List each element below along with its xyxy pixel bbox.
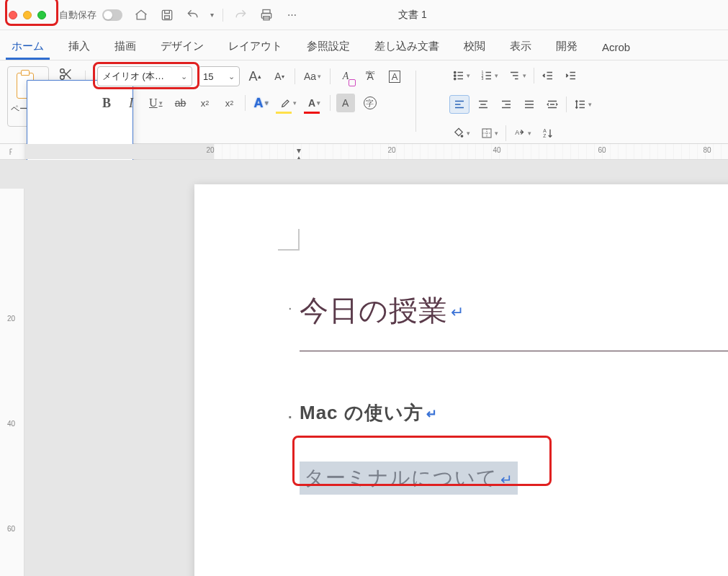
svg-rect-2 (263, 9, 270, 13)
bold-button[interactable]: B (97, 94, 116, 112)
doc-heading-2[interactable]: Mac の使い方↵ (300, 400, 728, 426)
ruler-mark: 40 (493, 146, 500, 154)
redo-icon[interactable] (232, 6, 249, 24)
autosave-label: 自動保存 (59, 9, 96, 22)
tab-review[interactable]: 校閲 (458, 35, 491, 60)
tab-insert[interactable]: 挿入 (63, 35, 96, 60)
font-color-button[interactable]: A (305, 94, 324, 112)
ruler-mark: 60 (598, 146, 606, 154)
text-effects-button[interactable]: A (251, 94, 271, 112)
tab-mailings[interactable]: 差し込み文書 (369, 35, 445, 60)
align-justify-button[interactable] (520, 95, 539, 114)
font-name-select[interactable]: メイリオ (本… ⌄ (97, 66, 192, 86)
numbering-button[interactable]: 123 (477, 66, 501, 85)
increase-indent-button[interactable] (562, 66, 580, 85)
minimize-window-button[interactable] (23, 11, 32, 19)
dropdown-caret-icon: ⌄ (181, 72, 187, 81)
italic-button[interactable]: I (122, 94, 140, 112)
undo-icon[interactable] (184, 6, 202, 24)
save-icon[interactable] (158, 6, 176, 24)
sort-button[interactable]: AZ (539, 124, 557, 143)
text-direction-button[interactable]: A (511, 124, 534, 143)
grow-font-button[interactable]: A▴ (246, 67, 264, 86)
character-shading-button[interactable]: A (336, 94, 355, 112)
superscript-button[interactable]: x2 (220, 94, 239, 112)
ruler-mark: 60 (7, 525, 15, 533)
highlight-color-button[interactable] (277, 94, 300, 112)
margin-corner-icon (278, 229, 300, 251)
svg-text:3: 3 (482, 76, 484, 81)
enclose-characters-button[interactable]: 字 (361, 94, 379, 112)
strikethrough-button[interactable]: ab (171, 94, 190, 112)
doc-heading-1[interactable]: 今日の授業↵ (300, 291, 728, 330)
character-border-button[interactable]: A (385, 67, 404, 86)
ruler-mark: 40 (7, 420, 15, 428)
doc-heading-3-selected[interactable]: ターミナルについて↵ (300, 462, 518, 495)
change-case-button[interactable]: Aa (301, 67, 324, 86)
vertical-ruler[interactable]: 20 40 60 (0, 160, 24, 576)
tab-design[interactable]: デザイン (155, 35, 210, 60)
toolbar-separator (223, 9, 223, 22)
maximize-window-button[interactable] (37, 11, 46, 19)
clear-formatting-button[interactable]: A (336, 67, 355, 86)
underline-button[interactable]: U (146, 94, 166, 112)
align-right-button[interactable] (497, 95, 516, 114)
tab-home[interactable]: ホーム (6, 35, 50, 60)
svg-point-11 (454, 78, 456, 79)
svg-text:Z: Z (543, 133, 546, 138)
heading-text: 今日の授業 (300, 294, 448, 326)
close-window-button[interactable] (9, 11, 17, 19)
heading-text: Mac の使い方 (300, 402, 423, 423)
document-page[interactable]: 今日の授業↵ Mac の使い方↵ ターミナルについて↵ (194, 184, 728, 576)
distributed-button[interactable] (543, 95, 562, 114)
dropdown-caret-icon: ⌄ (228, 72, 235, 81)
shrink-font-button[interactable]: A▾ (270, 67, 289, 86)
document-title: 文書 1 (398, 9, 427, 22)
align-left-button[interactable] (449, 95, 469, 114)
borders-button[interactable] (477, 124, 501, 143)
shading-button[interactable] (449, 124, 473, 143)
multilevel-list-button[interactable] (505, 66, 529, 85)
bullets-button[interactable] (449, 66, 473, 85)
quick-access-toolbar: ▾ ⋯ (132, 6, 301, 24)
tab-references[interactable]: 参照設定 (301, 35, 356, 60)
paste-button[interactable]: ペースト ▾ (7, 66, 49, 127)
tab-draw[interactable]: 描画 (109, 35, 142, 60)
font-name-value: メイリオ (本… (102, 70, 164, 83)
font-size-value: 15 (203, 71, 213, 82)
svg-text:A: A (515, 129, 519, 136)
ruler-mark: 80 (703, 146, 711, 154)
decrease-indent-button[interactable] (539, 66, 557, 85)
document-canvas[interactable]: 今日の授業↵ Mac の使い方↵ ターミナルについて↵ (24, 160, 728, 576)
line-spacing-button[interactable] (571, 95, 595, 114)
svg-rect-1 (165, 15, 170, 18)
autosave-control[interactable]: 自動保存 (59, 9, 122, 22)
subscript-button[interactable]: x2 (196, 94, 215, 112)
ribbon-home: ペースト ▾ メイリオ (本… ⌄ 15 ⌄ (0, 60, 728, 144)
home-icon[interactable] (132, 6, 150, 24)
autosave-switch[interactable] (102, 9, 122, 21)
ruler-mark: 20 (206, 146, 214, 154)
tab-developer[interactable]: 開発 (550, 35, 583, 60)
title-underline (300, 351, 728, 351)
ribbon-tabs: ホーム 挿入 描画 デザイン レイアウト 参照設定 差し込み文書 校閲 表示 開… (0, 30, 728, 60)
tab-layout[interactable]: レイアウト (223, 35, 288, 60)
undo-dropdown-caret[interactable]: ▾ (210, 11, 214, 19)
paragraph-mark-icon: ↵ (426, 407, 438, 421)
tab-acrobat[interactable]: Acrob (596, 37, 636, 60)
ruler-corner-icon[interactable] (0, 144, 24, 159)
align-center-button[interactable] (474, 95, 493, 114)
horizontal-ruler[interactable]: 20 20 40 60 80 ▾ ▴ (24, 144, 728, 159)
svg-point-10 (454, 75, 456, 76)
phonetic-guide-button[interactable]: abc A (361, 67, 379, 86)
paragraph-mark-icon: ↵ (451, 303, 464, 321)
indent-marker-icon[interactable]: ▴ (297, 153, 301, 159)
print-icon[interactable] (258, 6, 275, 24)
clipboard-icon (15, 70, 41, 102)
window-controls (9, 11, 46, 19)
more-icon[interactable]: ⋯ (284, 6, 301, 24)
tab-view[interactable]: 表示 (504, 35, 537, 60)
svg-text:A: A (543, 128, 547, 133)
font-size-select[interactable]: 15 ⌄ (198, 66, 240, 86)
ruler-mark: 20 (387, 146, 395, 154)
